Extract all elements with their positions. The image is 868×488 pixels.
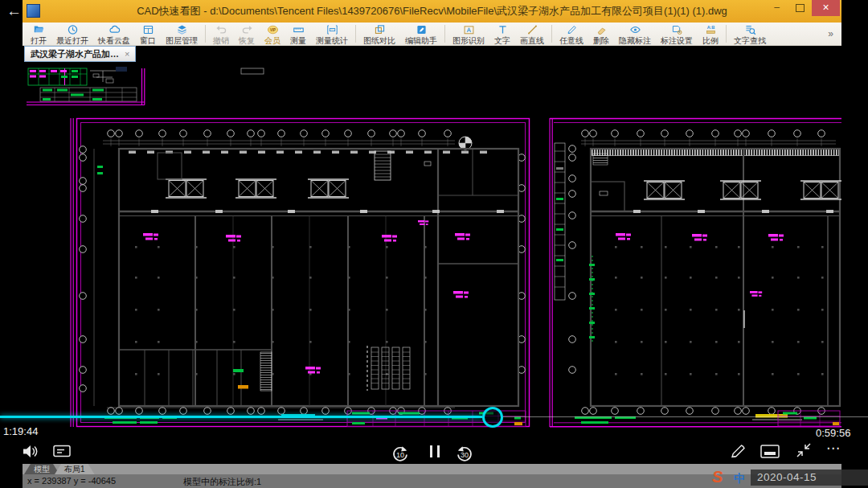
toolbar-button-redo[interactable]: 恢复 xyxy=(234,23,260,45)
text-search-icon xyxy=(744,24,756,35)
toolbar-button-vip-member[interactable]: VIP会员 xyxy=(260,23,285,45)
maximize-button[interactable] xyxy=(788,0,812,16)
toolbar-label: 快看云盘 xyxy=(98,36,130,45)
eraser-icon xyxy=(596,24,608,35)
toolbar-button-undo[interactable]: 撤销 xyxy=(208,23,234,45)
toolbar-label: 画直线 xyxy=(520,36,544,45)
system-clock: 2020-04-15 15:17:08 xyxy=(751,470,868,486)
toolbar-label: 隐藏标注 xyxy=(619,36,651,45)
playhead-handle[interactable] xyxy=(482,407,503,428)
undo-icon xyxy=(215,24,227,35)
cad-canvas[interactable] xyxy=(23,63,841,438)
rewind-10-button[interactable]: 10 xyxy=(391,444,410,463)
toolbar-label: 撤销 xyxy=(213,36,229,45)
danmaku-icon[interactable] xyxy=(53,445,71,458)
toolbar-button-edit-assistant[interactable]: 编辑助手 xyxy=(400,23,442,45)
toolbar-separator xyxy=(551,25,552,43)
sogou-ime-icon[interactable]: S xyxy=(712,468,723,486)
back-button[interactable]: ← xyxy=(6,2,22,20)
rewind-seconds-label: 10 xyxy=(391,451,410,459)
toolbar-button-text[interactable]: 文字 xyxy=(489,23,515,45)
svg-text:A:B: A:B xyxy=(706,25,714,30)
document-tab-label: 武汉梁子湖水产品加… xyxy=(31,48,119,60)
toolbar-button-drawing-compare[interactable]: 图纸对比 xyxy=(358,23,400,45)
toolbar-button-window[interactable]: 窗口 xyxy=(135,23,161,45)
toolbar-button-text-search[interactable]: 文字查找 xyxy=(729,23,771,45)
toolbar-button-layer-manager[interactable]: 图层管理 xyxy=(161,23,203,45)
elapsed-time: 1:19:44 xyxy=(3,425,38,437)
toolbar-button-open[interactable]: 打开 xyxy=(26,23,51,45)
cursor-coordinates: x = 239387 y = -40645 xyxy=(27,476,116,486)
toolbar-button-hide-annotations[interactable]: 隐藏标注 xyxy=(614,23,656,45)
toolbar-button-shape-recognition[interactable]: 图形识别 xyxy=(448,23,489,45)
minimize-button[interactable]: – xyxy=(765,0,788,16)
toolbar-label: 文字查找 xyxy=(734,36,766,45)
toolbar-label: 窗口 xyxy=(140,36,156,45)
cad-sheet-fragment-top-left xyxy=(27,67,264,105)
toolbar: 打开最近打开快看云盘窗口图层管理撤销恢复VIP会员测量测量统计图纸对比编辑助手图… xyxy=(23,23,841,46)
tab-close-icon[interactable]: × xyxy=(125,49,129,59)
toolbar-button-recent-open[interactable]: 最近打开 xyxy=(51,23,93,45)
pip-mode-icon[interactable] xyxy=(760,445,780,458)
pencil-annotate-icon[interactable] xyxy=(730,443,747,459)
progress-bar-played[interactable] xyxy=(0,416,482,418)
draw-line-icon xyxy=(526,24,538,35)
tab-layout1[interactable]: 布局1 xyxy=(55,464,95,474)
progress-bar-remaining[interactable] xyxy=(503,416,868,417)
toolbar-label: 图纸对比 xyxy=(363,36,395,45)
more-options-icon[interactable]: ⋯ xyxy=(826,440,841,457)
toolbar-button-measure-stats[interactable]: 测量统计 xyxy=(311,23,353,45)
toolbar-label: 图层管理 xyxy=(166,36,198,45)
redo-icon xyxy=(241,24,253,35)
annotation-settings-icon xyxy=(671,24,683,35)
svg-text:VIP: VIP xyxy=(269,28,275,32)
toolbar-label: 打开 xyxy=(31,36,47,45)
toolbar-label: 文字 xyxy=(494,36,510,45)
tab-model[interactable]: 模型 xyxy=(24,464,59,474)
shape-recognize-icon xyxy=(463,24,475,35)
ime-language-icon[interactable]: 中 xyxy=(734,472,745,486)
player-control-bar: 10 30 ⋯ xyxy=(0,438,868,464)
toolbar-label: 删除 xyxy=(593,36,609,45)
toolbar-label: 任意线 xyxy=(559,36,583,45)
free-line-icon xyxy=(566,24,578,35)
hide-annotation-icon xyxy=(629,24,641,35)
app-icon xyxy=(27,4,40,18)
toolbar-button-free-line[interactable]: 任意线 xyxy=(555,23,588,45)
toolbar-label: 标注设置 xyxy=(661,36,693,45)
cad-sheet-left xyxy=(71,118,530,427)
volume-icon[interactable] xyxy=(23,445,40,458)
toolbar-button-erase[interactable]: 删除 xyxy=(588,23,614,45)
layers-icon xyxy=(176,24,188,35)
scale-ratio-icon: A:B xyxy=(705,24,717,35)
measure-icon xyxy=(293,24,305,35)
toolbar-label: 最近打开 xyxy=(56,36,88,45)
toolbar-button-cloud-drive[interactable]: 快看云盘 xyxy=(93,23,135,45)
toolbar-label: 测量 xyxy=(290,36,306,45)
document-tab[interactable]: 武汉梁子湖水产品加… × xyxy=(24,46,136,62)
toolbar-overflow-icon[interactable]: » xyxy=(820,23,841,45)
pause-button[interactable] xyxy=(430,445,440,457)
toolbar-button-annotation-settings[interactable]: 标注设置 xyxy=(656,23,698,45)
toolbar-button-draw-line[interactable]: 画直线 xyxy=(515,23,549,45)
edit-assistant-icon xyxy=(416,24,428,35)
cad-app-window: CAD快速看图 - d:\Documents\Tencent Files\143… xyxy=(23,0,841,488)
forward-seconds-label: 30 xyxy=(455,451,474,459)
shrink-player-icon[interactable] xyxy=(796,442,812,458)
measure-stats-icon xyxy=(326,24,338,35)
forward-30-button[interactable]: 30 xyxy=(455,444,474,463)
annotation-scale-note: 模型中的标注比例:1 xyxy=(183,476,261,488)
toolbar-button-scale[interactable]: A:B比例 xyxy=(698,23,723,45)
toolbar-separator xyxy=(355,25,356,43)
toolbar-label: 测量统计 xyxy=(316,36,348,45)
close-button[interactable]: × xyxy=(812,0,840,16)
toolbar-label: 恢复 xyxy=(239,36,255,45)
clock-icon xyxy=(67,24,79,35)
toolbar-label: 编辑助手 xyxy=(405,36,437,45)
compare-icon xyxy=(374,24,386,35)
titlebar: CAD快速看图 - d:\Documents\Tencent Files\143… xyxy=(23,0,841,23)
toolbar-label: 比例 xyxy=(702,36,719,45)
cad-sheet-right xyxy=(550,118,841,427)
toolbar-button-measure[interactable]: 测量 xyxy=(285,23,311,45)
window-title: CAD快速看图 - d:\Documents\Tencent Files\143… xyxy=(23,0,841,23)
